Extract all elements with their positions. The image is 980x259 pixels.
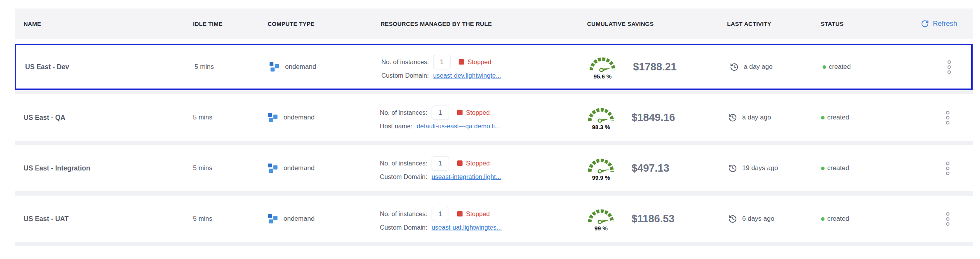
savings-amount: $1849.16 xyxy=(632,112,675,124)
last-activity-value: a day ago xyxy=(742,114,771,121)
rule-name: US East - Dev xyxy=(25,63,69,71)
gauge-dial-icon xyxy=(587,105,615,123)
row-menu-button[interactable] xyxy=(944,160,951,177)
savings-amount: $497.13 xyxy=(632,162,669,174)
stopped-state-icon xyxy=(459,59,464,65)
status-dot-icon xyxy=(821,167,825,170)
savings-percent: 95.6 % xyxy=(594,73,612,80)
savings-percent: 99 % xyxy=(594,225,608,232)
compute-type-icon xyxy=(268,163,278,174)
status-value: created xyxy=(827,164,849,172)
column-header-idle-time: IDLE TIME xyxy=(191,20,267,27)
column-header-resources: RESOURCES MANAGED BY THE RULE xyxy=(380,20,586,27)
table-row[interactable]: US East - UAT 5 mins ondemand No. of ins… xyxy=(15,196,973,242)
history-icon xyxy=(730,63,739,72)
last-activity-value: 19 days ago xyxy=(742,164,778,172)
compute-type-value: ondemand xyxy=(283,215,314,223)
gauge-dial-icon xyxy=(589,55,616,72)
status-dot-icon xyxy=(823,65,826,69)
instances-label: No. of instances: xyxy=(380,109,427,116)
domain-label: Custom Domain: xyxy=(380,173,427,181)
table-body: US East - Dev 5 mins ondemand No. of ins… xyxy=(15,44,973,246)
compute-type-value: ondemand xyxy=(283,114,314,121)
domain-label: Host name: xyxy=(380,123,412,130)
history-icon xyxy=(728,113,737,122)
history-icon xyxy=(728,164,737,173)
idle-time-value: 5 mins xyxy=(193,215,212,223)
column-header-name: NAME xyxy=(15,20,191,27)
instance-count-badge: 1 xyxy=(432,106,449,120)
instance-state: Stopped xyxy=(468,58,491,66)
savings-gauge: 99.9 % xyxy=(586,156,616,181)
domain-link[interactable]: default-us-east---qa.demo.li... xyxy=(417,123,500,130)
instances-label: No. of instances: xyxy=(380,210,427,218)
column-header-savings: CUMULATIVE SAVINGS xyxy=(586,20,727,27)
savings-amount: $1788.21 xyxy=(633,61,677,73)
refresh-icon xyxy=(921,20,929,28)
stopped-state-icon xyxy=(457,160,463,166)
table-row[interactable]: US East - QA 5 mins ondemand No. of inst… xyxy=(15,94,973,141)
status-value: created xyxy=(829,63,851,71)
domain-link[interactable]: useast-uat.lightwingtes... xyxy=(432,224,502,231)
instance-state: Stopped xyxy=(466,109,490,116)
savings-percent: 99.9 % xyxy=(592,174,610,181)
compute-type-value: ondemand xyxy=(283,164,314,172)
instance-state: Stopped xyxy=(466,210,490,218)
savings-gauge: 99 % xyxy=(586,206,616,232)
compute-type-icon xyxy=(268,112,278,123)
status-value: created xyxy=(827,215,849,223)
rule-name: US East - QA xyxy=(24,114,65,122)
domain-label: Custom Domain: xyxy=(380,224,427,231)
instance-state: Stopped xyxy=(466,160,490,167)
rule-name: US East - UAT xyxy=(24,215,68,223)
column-header-status: STATUS xyxy=(820,20,907,27)
refresh-label: Refresh xyxy=(933,20,957,28)
column-header-last-activity: LAST ACTIVITY xyxy=(727,20,820,27)
savings-amount: $1186.53 xyxy=(632,213,674,225)
status-dot-icon xyxy=(821,116,825,119)
compute-type-value: ondemand xyxy=(285,63,316,71)
row-menu-button[interactable] xyxy=(946,59,953,75)
instance-count-badge: 1 xyxy=(433,55,451,69)
rules-table: NAME IDLE TIME COMPUTE TYPE RESOURCES MA… xyxy=(15,9,973,246)
status-dot-icon xyxy=(821,217,825,221)
last-activity-value: 6 days ago xyxy=(742,215,774,223)
savings-percent: 98.3 % xyxy=(592,124,610,130)
row-menu-button[interactable] xyxy=(944,211,951,227)
savings-gauge: 98.3 % xyxy=(586,105,616,130)
column-header-compute-type: COMPUTE TYPE xyxy=(267,20,380,27)
stopped-state-icon xyxy=(457,110,463,115)
idle-time-value: 5 mins xyxy=(193,114,212,121)
domain-link[interactable]: useast-integration.light... xyxy=(432,173,501,181)
table-row[interactable]: US East - Dev 5 mins ondemand No. of ins… xyxy=(15,44,973,90)
history-icon xyxy=(728,215,737,223)
gauge-dial-icon xyxy=(587,206,615,224)
instance-count-badge: 1 xyxy=(432,156,449,170)
domain-link[interactable]: useast-dev.lightwingte... xyxy=(433,72,501,79)
domain-label: Custom Domain: xyxy=(381,72,429,79)
compute-type-icon xyxy=(269,62,280,72)
idle-time-value: 5 mins xyxy=(195,63,214,71)
refresh-button[interactable]: Refresh xyxy=(921,20,957,28)
status-value: created xyxy=(827,114,849,121)
row-menu-button[interactable] xyxy=(944,109,951,126)
rule-name: US East - Integration xyxy=(24,164,90,172)
savings-gauge: 95.6 % xyxy=(587,55,618,80)
last-activity-value: a day ago xyxy=(744,63,773,71)
gauge-dial-icon xyxy=(587,156,615,174)
instance-count-badge: 1 xyxy=(432,207,449,221)
idle-time-value: 5 mins xyxy=(193,164,212,172)
compute-type-icon xyxy=(268,214,278,224)
instances-label: No. of instances: xyxy=(380,160,427,167)
instances-label: No. of instances: xyxy=(381,58,429,66)
stopped-state-icon xyxy=(457,211,463,216)
table-header: NAME IDLE TIME COMPUTE TYPE RESOURCES MA… xyxy=(15,9,973,39)
table-row[interactable]: US East - Integration 5 mins ondemand No… xyxy=(15,145,973,191)
